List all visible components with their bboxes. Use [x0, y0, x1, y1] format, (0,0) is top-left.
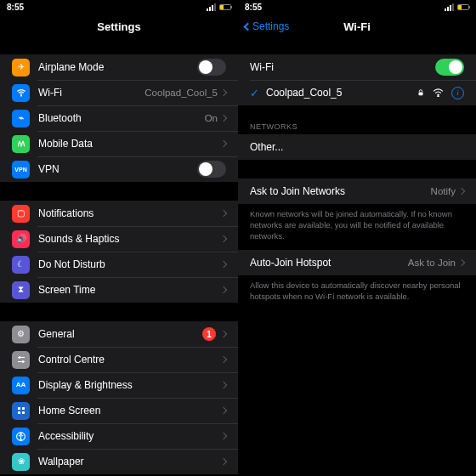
svg-rect-7: [18, 411, 20, 414]
bluetooth-value: On: [205, 113, 218, 123]
row-wifi-toggle[interactable]: Wi-Fi: [238, 54, 476, 80]
chevron-right-icon: [458, 259, 465, 266]
mobile-data-icon: [12, 135, 30, 153]
row-notifications[interactable]: ▢ Notifications: [0, 201, 238, 226]
chevron-left-icon: [244, 22, 252, 31]
status-time: 8:55: [245, 3, 262, 12]
sounds-icon: 🔊: [12, 230, 30, 248]
airplane-label: Airplane Mode: [38, 61, 197, 73]
accessibility-label: Accessibility: [38, 430, 221, 442]
display-icon: AA: [12, 377, 30, 394]
row-control-centre[interactable]: Control Centre: [0, 347, 238, 372]
general-icon: ⚙: [12, 326, 30, 343]
row-bluetooth[interactable]: ⌁ Bluetooth On: [0, 105, 238, 131]
row-home-screen[interactable]: Home Screen: [0, 398, 238, 423]
battery-icon: [457, 4, 469, 10]
airplane-icon: ✈: [12, 59, 30, 76]
row-airplane-mode[interactable]: ✈ Airplane Mode: [0, 54, 238, 80]
signal-icon: [207, 3, 216, 11]
wifi-signal-icon: [433, 88, 444, 97]
svg-rect-6: [22, 407, 25, 410]
nav-bar: Settings Wi-Fi: [238, 14, 476, 39]
accessibility-icon: [12, 428, 30, 445]
wifi-value: Coolpad_Cool_5: [144, 88, 218, 98]
airplane-toggle[interactable]: [197, 59, 226, 76]
chevron-right-icon: [220, 331, 227, 337]
notifications-icon: ▢: [12, 205, 30, 223]
row-auto-join-hotspot[interactable]: Auto-Join Hotspot Ask to Join: [238, 250, 476, 275]
chevron-right-icon: [220, 210, 227, 217]
screentime-icon: ⧗: [12, 281, 30, 299]
wifi-toggle-label: Wi-Fi: [250, 61, 435, 73]
status-bar: 8:55: [238, 0, 476, 14]
lock-icon: [416, 88, 425, 98]
svg-point-0: [20, 95, 21, 96]
chevron-right-icon: [220, 89, 227, 96]
ask-to-join-value: Notify: [431, 186, 456, 196]
row-display[interactable]: AA Display & Brightness: [0, 372, 238, 398]
auto-join-label: Auto-Join Hotspot: [250, 257, 408, 269]
home-screen-icon: [12, 402, 30, 420]
display-label: Display & Brightness: [38, 379, 221, 391]
row-wifi[interactable]: Wi-Fi Coolpad_Cool_5: [0, 80, 238, 105]
row-dnd[interactable]: ☾ Do Not Disturb: [0, 252, 238, 277]
chevron-right-icon: [220, 140, 227, 147]
status-bar: 8:55: [0, 0, 238, 14]
bluetooth-icon: ⌁: [12, 110, 30, 128]
back-button[interactable]: Settings: [245, 20, 289, 32]
control-centre-icon: [12, 351, 30, 369]
dnd-icon: ☾: [12, 256, 30, 274]
ask-to-join-footer: Known networks will be joined automatica…: [238, 204, 476, 250]
settings-screen: 8:55 Settings ✈ Airplane Mode Wi-Fi Cool…: [0, 0, 238, 476]
svg-point-12: [438, 96, 439, 97]
auto-join-footer: Allow this device to automatically disco…: [238, 275, 476, 311]
chevron-right-icon: [220, 261, 227, 268]
page-title: Settings: [97, 20, 140, 33]
page-title: Wi-Fi: [343, 20, 371, 33]
home-screen-label: Home Screen: [38, 405, 221, 416]
sounds-label: Sounds & Haptics: [38, 233, 221, 245]
chevron-right-icon: [220, 407, 227, 414]
info-icon[interactable]: i: [451, 87, 464, 99]
chevron-right-icon: [220, 382, 227, 388]
wifi-toggle[interactable]: [435, 59, 464, 76]
chevron-right-icon: [220, 235, 227, 242]
checkmark-icon: ✓: [250, 87, 259, 99]
row-mobile-data[interactable]: Mobile Data: [0, 131, 238, 156]
row-other-network[interactable]: Other...: [238, 134, 476, 160]
ask-to-join-label: Ask to Join Networks: [250, 185, 431, 197]
wallpaper-icon: ❀: [12, 453, 30, 471]
svg-rect-5: [18, 407, 20, 410]
bluetooth-label: Bluetooth: [38, 112, 205, 124]
svg-rect-8: [22, 411, 25, 414]
connected-network-name: Coolpad_Cool_5: [266, 87, 411, 99]
dnd-label: Do Not Disturb: [38, 258, 221, 270]
svg-point-10: [20, 433, 22, 434]
chevron-right-icon: [220, 433, 227, 439]
vpn-label: VPN: [38, 163, 197, 175]
row-screentime[interactable]: ⧗ Screen Time: [0, 277, 238, 303]
row-connected-network[interactable]: ✓ Coolpad_Cool_5 i: [238, 80, 476, 105]
row-wallpaper[interactable]: ❀ Wallpaper: [0, 449, 238, 474]
row-ask-to-join[interactable]: Ask to Join Networks Notify: [238, 178, 476, 204]
general-label: General: [38, 328, 202, 340]
vpn-icon: VPN: [12, 161, 30, 178]
row-vpn[interactable]: VPN VPN: [0, 156, 238, 182]
screentime-label: Screen Time: [38, 284, 221, 296]
chevron-right-icon: [458, 188, 465, 195]
wifi-screen: 8:55 Settings Wi-Fi Wi-Fi ✓ Coolpad_Cool…: [238, 0, 476, 476]
chevron-right-icon: [220, 356, 227, 363]
chevron-right-icon: [220, 286, 227, 293]
row-general[interactable]: ⚙ General 1: [0, 321, 238, 347]
auto-join-value: Ask to Join: [408, 258, 456, 268]
row-accessibility[interactable]: Accessibility: [0, 423, 238, 449]
networks-section-label: NETWORKS: [238, 117, 476, 134]
row-sounds[interactable]: 🔊 Sounds & Haptics: [0, 226, 238, 252]
vpn-toggle[interactable]: [197, 161, 226, 178]
signal-icon: [445, 3, 454, 11]
nav-bar: Settings: [0, 14, 238, 39]
control-centre-label: Control Centre: [38, 354, 221, 366]
wifi-label: Wi-Fi: [38, 87, 144, 99]
chevron-right-icon: [220, 458, 227, 465]
mobile-data-label: Mobile Data: [38, 138, 221, 150]
